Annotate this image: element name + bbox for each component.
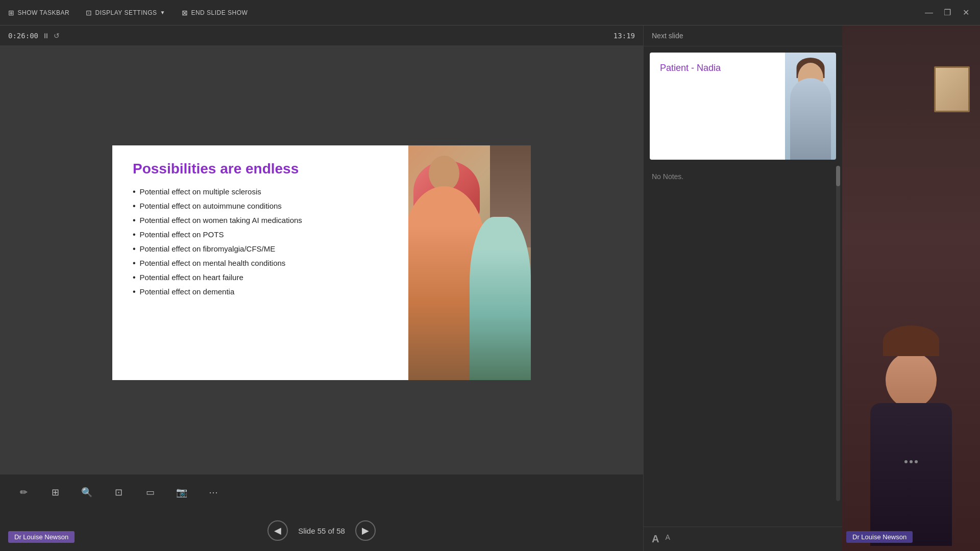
timer-controls: ⏸ ↺ xyxy=(42,32,60,40)
photo-background xyxy=(408,145,531,380)
dot-2 xyxy=(910,460,913,463)
video-person xyxy=(865,321,957,525)
right-panel: Next slide Patient - Nadia No Notes. A A xyxy=(643,26,842,551)
search-tool[interactable]: 🔍 xyxy=(79,484,95,500)
clock-display: 13:19 xyxy=(614,32,635,40)
presentation-slide: Possibilities are endless Potential effe… xyxy=(112,145,531,380)
speaker-badge-main: Dr Louise Newson xyxy=(8,531,75,543)
more-tool[interactable]: ⋯ xyxy=(205,484,222,500)
pen-tool[interactable]: ✏ xyxy=(15,484,32,500)
main-area: 0:26:00 ⏸ ↺ 13:19 Possibilities are endl… xyxy=(0,26,980,551)
display-settings-button[interactable]: ⊡ DISPLAY SETTINGS ▼ xyxy=(86,9,165,17)
font-decrease-button[interactable]: A xyxy=(665,533,670,545)
reset-button[interactable]: ↺ xyxy=(54,32,60,40)
next-slide-header: Next slide xyxy=(644,26,842,46)
next-slide-preview: Patient - Nadia xyxy=(650,53,836,160)
slide-bullet-item: Potential effect on autoimmune condition… xyxy=(133,202,393,211)
dot-1 xyxy=(904,460,908,463)
dot-3 xyxy=(915,460,918,463)
video-artwork xyxy=(934,66,970,112)
notes-scrollbar[interactable] xyxy=(836,166,840,501)
next-slide-content: Patient - Nadia xyxy=(650,53,785,160)
slide-panel: 0:26:00 ⏸ ↺ 13:19 Possibilities are endl… xyxy=(0,26,643,551)
slide-counter: Slide 55 of 58 xyxy=(298,527,345,535)
restore-button[interactable]: ❐ xyxy=(941,7,953,19)
slide-bullet-item: Potential effect on women taking AI medi… xyxy=(133,216,393,225)
end-slideshow-icon: ⊠ xyxy=(182,9,188,17)
slide-bullet-item: Potential effect on mental health condit… xyxy=(133,259,393,268)
prev-slide-button[interactable]: ◀ xyxy=(267,520,288,541)
video-panel: Dr Louise Newson xyxy=(842,26,980,551)
slide-title: Possibilities are endless xyxy=(133,161,393,177)
next-slide-title: Patient - Nadia xyxy=(660,63,721,73)
close-button[interactable]: ✕ xyxy=(960,7,972,19)
monitor-tool[interactable]: ▭ xyxy=(142,484,158,500)
slide-topbar: 0:26:00 ⏸ ↺ 13:19 xyxy=(0,26,643,46)
pointer-tool[interactable]: ⊡ xyxy=(110,484,127,500)
display-settings-icon: ⊡ xyxy=(86,9,92,17)
video-body xyxy=(870,403,952,546)
minimize-button[interactable]: — xyxy=(923,7,935,19)
taskbar-icon: ⊞ xyxy=(8,9,15,17)
show-taskbar-button[interactable]: ⊞ SHOW TASKBAR xyxy=(8,9,69,17)
video-dots xyxy=(904,460,918,463)
pause-button[interactable]: ⏸ xyxy=(42,32,50,40)
video-head xyxy=(886,352,937,408)
titlebar: ⊞ SHOW TASKBAR ⊡ DISPLAY SETTINGS ▼ ⊠ EN… xyxy=(0,0,980,26)
slide-image xyxy=(408,145,531,380)
photo-person xyxy=(790,78,831,160)
notes-text: No Notes. xyxy=(652,172,683,181)
slide-container: Possibilities are endless Potential effe… xyxy=(0,46,643,474)
slide-bullet-item: Potential effect on dementia xyxy=(133,287,393,296)
slide-bullet-item: Potential effect on multiple sclerosis xyxy=(133,187,393,196)
window-controls: — ❐ ✕ xyxy=(923,7,972,19)
notes-section: No Notes. xyxy=(644,166,842,527)
slide-content: Possibilities are endless Potential effe… xyxy=(112,145,408,380)
next-slide-button[interactable]: ▶ xyxy=(355,520,376,541)
timer-display: 0:26:00 xyxy=(8,32,38,40)
camera-tool[interactable]: 📷 xyxy=(174,484,190,500)
slide-bullet-item: Potential effect on fibromyalgia/CFS/ME xyxy=(133,244,393,254)
font-controls: A A xyxy=(644,527,842,551)
video-feed: Dr Louise Newson xyxy=(842,26,980,551)
speaker-name-badge: Dr Louise Newson xyxy=(846,531,913,543)
person-2 xyxy=(470,217,531,380)
scrollbar-thumb[interactable] xyxy=(836,166,840,186)
font-increase-button[interactable]: A xyxy=(652,533,659,545)
slide-bullets: Potential effect on multiple sclerosisPo… xyxy=(133,187,393,296)
grid-tool[interactable]: ⊞ xyxy=(47,484,63,500)
video-hair xyxy=(883,325,939,356)
navigation-bar: ◀ Slide 55 of 58 ▶ xyxy=(0,510,643,551)
slide-bullet-item: Potential effect on POTS xyxy=(133,230,393,239)
next-slide-photo xyxy=(785,53,836,160)
artwork-content xyxy=(936,68,968,111)
end-slideshow-button[interactable]: ⊠ END SLIDE SHOW xyxy=(182,9,248,17)
slide-bullet-item: Potential effect on heart failure xyxy=(133,273,393,282)
slide-toolbar: ✏ ⊞ 🔍 ⊡ ▭ 📷 ⋯ xyxy=(0,474,643,510)
